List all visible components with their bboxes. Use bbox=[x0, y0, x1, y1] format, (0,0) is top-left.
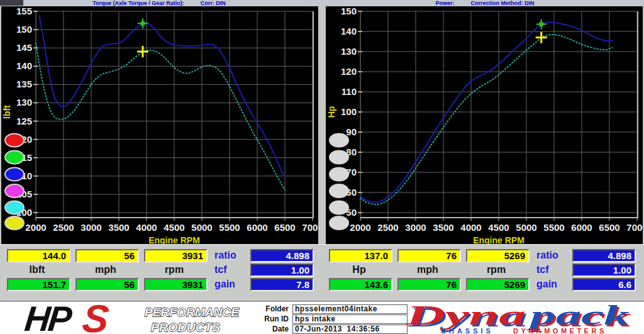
power-cursor2-value: 143.6 bbox=[329, 278, 392, 291]
run-id-label: Run ID bbox=[255, 315, 289, 324]
torque-chart-title: Torque (Axle Torque / Gear Ratio):Corr: … bbox=[0, 0, 318, 6]
gain-value: 7.8 bbox=[250, 278, 314, 291]
x-tick-label: 4500 bbox=[164, 222, 184, 233]
hps-logo: HP S PERFORMANCE PRODUCTS bbox=[5, 303, 253, 334]
torque-cursor-value: 144.0 bbox=[7, 249, 70, 262]
x-tick-label: 2000 bbox=[350, 222, 370, 233]
channel-button-magenta[interactable] bbox=[5, 184, 24, 198]
y-tick-label: 150 bbox=[16, 24, 32, 35]
channel-button-gray-1[interactable] bbox=[330, 134, 348, 147]
unit-label-lbft: lbft bbox=[7, 264, 67, 276]
tcf-value: 1.00 bbox=[250, 264, 314, 277]
channel-button-gray-3[interactable] bbox=[330, 168, 348, 181]
hps-products-text: PRODUCTS bbox=[151, 321, 220, 334]
dynapack-dynamometers-text: DYNAMOMETERS bbox=[513, 327, 607, 334]
torque-chart[interactable]: 1001051101151201251301351401451501552000… bbox=[1, 6, 318, 244]
torque-cursor-speed: 56 bbox=[75, 249, 139, 262]
y-tick-label: 130 bbox=[341, 46, 357, 57]
folder-label: Folder bbox=[255, 304, 289, 314]
x-tick-label: 5500 bbox=[543, 222, 564, 233]
y-tick-label: 130 bbox=[16, 97, 32, 108]
hps-performance-text: PERFORMANCE bbox=[145, 306, 240, 319]
x-tick-label: 6000 bbox=[571, 222, 592, 233]
unit-label-rpm: rpm bbox=[144, 264, 204, 276]
unit-label-rpm: rpm bbox=[466, 264, 526, 276]
power-cursor-value: 137.0 bbox=[329, 249, 392, 262]
torque-correction-text: Corr: DIN bbox=[201, 0, 226, 6]
header-bar: Torque (Axle Torque / Gear Ratio):Corr: … bbox=[0, 0, 644, 6]
y-tick-label: 135 bbox=[16, 79, 32, 89]
x-tick-label: 2500 bbox=[53, 222, 74, 233]
x-tick-label: 4500 bbox=[488, 222, 509, 233]
channel-button-cyan[interactable] bbox=[5, 201, 24, 214]
x-tick-label: 6500 bbox=[274, 222, 295, 233]
power-chart-title: Power:Correction Method: DIN bbox=[326, 0, 644, 6]
torque-title-text: Torque (Axle Torque / Gear Ratio): bbox=[92, 0, 184, 6]
readout-strip: 144.0 56 3931 lbft mph rpm 151.7 56 3931… bbox=[0, 244, 644, 301]
ratio-value: 4.898 bbox=[250, 249, 314, 262]
x-axis-title: Engine RPM bbox=[473, 235, 525, 244]
tcf-value: 1.00 bbox=[572, 264, 636, 277]
cursor-marker-green-cursor bbox=[536, 19, 547, 29]
x-tick-label: 2000 bbox=[25, 222, 46, 233]
x-tick-label: 6000 bbox=[247, 222, 267, 233]
series-run-blue-solid bbox=[39, 16, 285, 176]
folder-input[interactable]: hpsselement04intake bbox=[292, 304, 408, 314]
series-run-teal-dotted bbox=[360, 35, 612, 204]
x-tick-label: 7000 bbox=[302, 222, 318, 233]
x-tick-label: 4000 bbox=[136, 222, 157, 233]
x-tick-label: 3000 bbox=[80, 222, 101, 233]
power-chart[interactable]: 5060708090100110120130140150200025003000… bbox=[326, 6, 643, 244]
x-tick-label: 5000 bbox=[191, 222, 212, 233]
channel-button-gray-4[interactable] bbox=[330, 184, 348, 198]
torque-cursor2-rpm: 3931 bbox=[144, 278, 208, 291]
y-tick-label: 150 bbox=[341, 6, 357, 16]
x-tick-label: 4000 bbox=[460, 222, 481, 233]
hps-logo-s: S bbox=[80, 303, 111, 334]
y-tick-label: 100 bbox=[341, 106, 357, 117]
gain-label: gain bbox=[536, 278, 569, 290]
power-cursor2-speed: 76 bbox=[397, 278, 461, 291]
channel-button-gray-2[interactable] bbox=[330, 151, 348, 164]
torque-cursor2-speed: 56 bbox=[75, 278, 139, 291]
channel-button-blue[interactable] bbox=[5, 168, 24, 181]
unit-label-mph: mph bbox=[397, 264, 458, 276]
tcf-label: tcf bbox=[536, 264, 569, 276]
x-tick-label: 3500 bbox=[433, 222, 453, 233]
y-tick-label: 145 bbox=[16, 42, 32, 53]
x-tick-label: 2500 bbox=[377, 222, 398, 233]
y-axis-title: Hp bbox=[326, 106, 336, 118]
date-label: Date bbox=[255, 325, 289, 334]
tcf-label: tcf bbox=[214, 264, 247, 276]
x-tick-label: 5000 bbox=[516, 222, 536, 233]
dynapack-chassis-text: CHASSIS bbox=[441, 327, 494, 334]
channel-button-gray-5[interactable] bbox=[330, 201, 348, 214]
date-input[interactable]: 07-Jun-2013 14:36:56 bbox=[292, 325, 408, 334]
torque-chart-panel: 1001051101151201251301351401451501552000… bbox=[1, 6, 318, 244]
power-correction-text: Correction Method: DIN bbox=[471, 0, 535, 6]
torque-cursor2-value: 151.7 bbox=[7, 278, 70, 291]
channel-button-gray-6[interactable] bbox=[330, 216, 348, 230]
run-id-input[interactable]: hps intake bbox=[292, 315, 408, 324]
x-tick-label: 5500 bbox=[219, 222, 240, 233]
hps-logo-hp: HP bbox=[23, 303, 74, 334]
dynapack-logo: Dyna Dyna pack pack CHASSIS DYNAMOMETERS bbox=[398, 303, 640, 334]
ratio-value: 4.898 bbox=[572, 249, 636, 262]
channel-button-green[interactable] bbox=[5, 151, 24, 164]
gain-label: gain bbox=[214, 278, 247, 290]
y-axis-title: lbft bbox=[2, 105, 12, 119]
power-title-text: Power: bbox=[435, 0, 454, 6]
x-tick-label: 6500 bbox=[599, 222, 619, 233]
power-cursor-rpm: 5269 bbox=[466, 249, 530, 262]
power-readout-table: 137.0 76 5269 Hp mph rpm 143.6 76 5269 r… bbox=[327, 245, 640, 301]
channel-button-red[interactable] bbox=[5, 134, 24, 147]
x-tick-label: 3000 bbox=[405, 222, 426, 233]
x-tick-label: 3500 bbox=[108, 222, 129, 233]
channel-button-yellow[interactable] bbox=[5, 216, 24, 230]
y-tick-label: 125 bbox=[16, 116, 32, 126]
y-tick-label: 110 bbox=[341, 86, 357, 97]
gain-value: 6.6 bbox=[572, 278, 636, 291]
y-tick-label: 120 bbox=[341, 66, 357, 77]
y-tick-label: 90 bbox=[346, 126, 357, 137]
unit-label-mph: mph bbox=[75, 264, 136, 276]
